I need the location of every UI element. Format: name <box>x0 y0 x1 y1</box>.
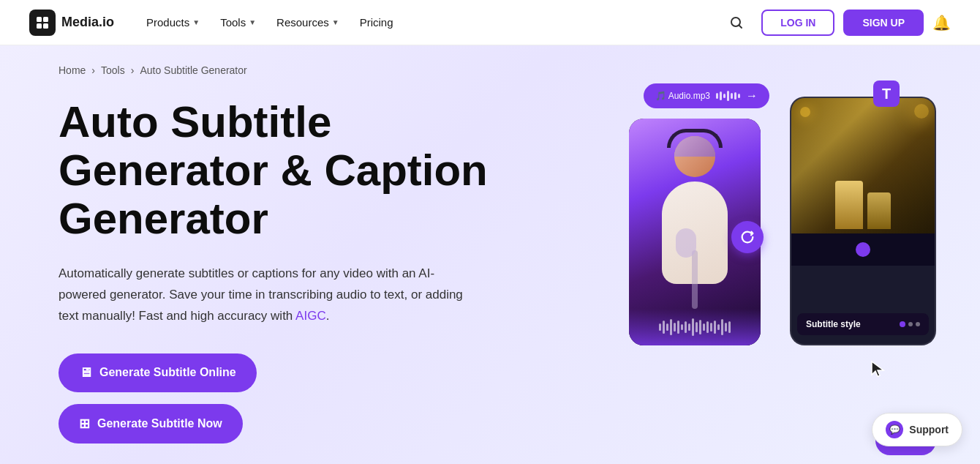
subtitle-style-dot <box>856 242 870 257</box>
hero-description: Automatically generate subtitles or capt… <box>59 263 475 327</box>
svg-rect-0 <box>37 17 42 22</box>
aigc-link[interactable]: AIGC <box>295 309 326 323</box>
tv-people <box>835 181 891 229</box>
search-button[interactable] <box>723 10 750 36</box>
products-chevron-icon: ▼ <box>192 18 200 26</box>
audio-pill: 🎵 Audio.mp3 → <box>644 83 769 108</box>
cursor-icon <box>870 360 886 383</box>
support-chat-icon: 💬 <box>886 421 903 438</box>
wave-bar <box>720 91 722 100</box>
subtitle-style-label: Subtitle style <box>806 319 861 329</box>
subtitle-dot-inactive-2 <box>916 322 920 326</box>
wave-bar <box>738 94 740 98</box>
generate-subtitle-now-button[interactable]: ⊞ Generate Subtitle Now <box>59 404 243 444</box>
svg-rect-2 <box>37 23 42 29</box>
nav-actions: LOG IN SIGN UP 🔔 <box>761 10 951 36</box>
audio-waveform <box>716 91 740 101</box>
phone-waveform <box>629 309 761 345</box>
navbar: Media.io Products ▼ Tools ▼ Resources ▼ … <box>0 0 980 45</box>
subtitle-dot-inactive-1 <box>908 322 913 326</box>
wave-bar <box>734 92 736 100</box>
signup-button[interactable]: SIGN UP <box>843 10 924 36</box>
refresh-icon[interactable] <box>731 221 764 253</box>
hero-content: Auto Subtitle Generator & Caption Genera… <box>59 45 541 444</box>
phone-card-tv: Subtitle style <box>790 97 936 345</box>
notification-bell-icon[interactable]: 🔔 <box>932 14 951 31</box>
logo-text: Media.io <box>61 15 114 30</box>
wave-bar <box>716 93 718 99</box>
nav-products[interactable]: Products ▼ <box>137 10 208 34</box>
wave-bar <box>731 93 733 99</box>
logo[interactable]: Media.io <box>29 10 114 36</box>
windows-icon: ⊞ <box>79 416 90 432</box>
svg-rect-3 <box>43 23 48 29</box>
generate-subtitle-online-button[interactable]: 🖥 Generate Subtitle Online <box>59 353 257 392</box>
nav-resources[interactable]: Resources ▼ <box>268 10 348 34</box>
text-badge: T <box>873 81 900 107</box>
tv-person-1 <box>835 181 863 229</box>
subtitle-dot-active <box>900 321 905 327</box>
tools-chevron-icon: ▼ <box>249 18 256 26</box>
wave-bar <box>723 94 725 98</box>
tv-screen <box>791 98 935 233</box>
tv-content: Subtitle style <box>791 98 935 344</box>
subtitle-style-badge: Subtitle style <box>797 313 929 335</box>
support-button[interactable]: 💬 Support <box>872 413 962 446</box>
arrow-right-icon: → <box>746 89 758 102</box>
nav-pricing[interactable]: Pricing <box>351 10 402 34</box>
hero-buttons: 🖥 Generate Subtitle Online ⊞ Generate Su… <box>59 353 541 444</box>
monitor-icon: 🖥 <box>79 365 92 381</box>
subtitle-style-area: Subtitle style <box>791 233 935 266</box>
resources-chevron-icon: ▼ <box>332 18 339 26</box>
hero-section: Home › Tools › Auto Subtitle Generator A… <box>0 45 980 464</box>
tv-person-2 <box>867 192 891 229</box>
nav-tools[interactable]: Tools ▼ <box>211 10 265 34</box>
hero-visual: 🎵 Audio.mp3 → T <box>629 75 936 464</box>
tv-light <box>800 107 810 117</box>
login-button[interactable]: LOG IN <box>761 10 834 36</box>
support-label: Support <box>909 424 949 435</box>
subtitle-dots <box>900 321 920 327</box>
nav-links: Products ▼ Tools ▼ Resources ▼ Pricing <box>137 10 717 34</box>
wave-bar <box>727 91 729 101</box>
tv-bokeh <box>914 104 929 119</box>
hero-title: Auto Subtitle Generator & Caption Genera… <box>59 98 541 243</box>
logo-icon <box>29 10 56 36</box>
svg-rect-1 <box>43 17 48 22</box>
audio-filename: 🎵 Audio.mp3 <box>655 91 710 101</box>
